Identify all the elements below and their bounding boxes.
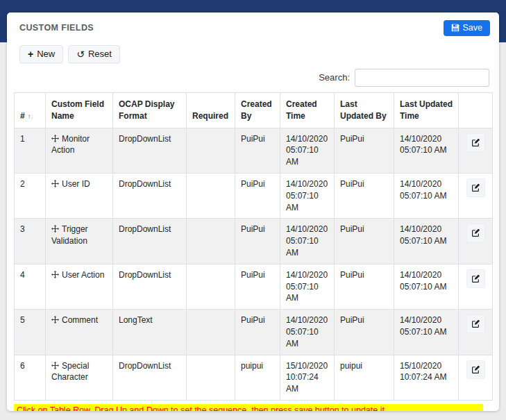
cell-format: DropDownList [113,264,187,309]
table-row[interactable]: 3Trigger ValidationDropDownListPuiPui14/… [15,219,493,264]
reset-button-label: Reset [88,49,112,59]
cell-required [187,264,235,309]
edit-button[interactable] [466,224,485,242]
cell-required [187,355,235,400]
cell-created-time: 14/10/2020 05:07:10 AM [280,264,335,309]
edit-button[interactable] [466,360,485,379]
cell-updated-time: 14/10/2020 05:07:10 AM [394,310,459,355]
cell-updated-by: PuiPui [335,310,394,355]
field-name-label: User ID [62,179,90,189]
move-icon[interactable] [51,179,62,189]
cell-updated-time: 14/10/2020 05:07:10 AM [394,173,459,218]
column-header-actions [459,93,493,128]
save-button-label: Save [463,23,483,33]
column-header-format: OCAP Display Format [113,93,187,128]
cell-actions [459,310,493,355]
search-label: Search: [319,72,350,83]
table-row[interactable]: 1Monitor ActionDropDownListPuiPui14/10/2… [15,128,493,173]
cell-updated-by: PuiPui [335,264,394,309]
move-icon[interactable] [51,270,62,280]
column-header-seq[interactable]: #↑↓ [15,93,46,128]
table-row[interactable]: 2User IDDropDownListPuiPui14/10/2020 05:… [15,173,493,218]
cell-actions [459,173,493,218]
sort-icons: ↑↓ [28,112,33,120]
sort-desc-icon: ↓ [31,112,33,120]
cell-format: DropDownList [113,173,187,218]
page-title: CUSTOM FIELDS [19,23,94,33]
cell-seq: 3 [15,219,46,264]
cell-seq: 5 [15,310,46,355]
cell-seq: 2 [15,173,46,218]
table-row[interactable]: 4User ActionDropDownListPuiPui14/10/2020… [15,264,493,309]
cell-updated-by: PuiPui [335,219,394,264]
move-icon[interactable] [51,361,62,371]
custom-fields-panel: CUSTOM FIELDS Save + New ↺ Reset Search: [7,12,499,411]
table-row[interactable]: 5CommentLongTextPuiPui14/10/2020 05:07:1… [15,310,493,355]
search-input[interactable] [355,69,489,87]
column-header-required: Required [187,93,235,128]
cell-actions [459,128,493,173]
table-row[interactable]: 6Special CharacterDropDownListpuipui15/1… [15,355,493,400]
field-name-label: Comment [62,315,98,325]
edit-icon [471,319,480,328]
column-header-updated-by: Last Updated By [335,93,394,128]
plus-icon: + [28,49,33,59]
move-icon[interactable] [51,315,62,325]
edit-button[interactable] [466,178,485,197]
cell-updated-time: 14/10/2020 05:07:10 AM [394,264,459,309]
move-icon[interactable] [51,134,62,144]
cell-created-by: puipui [235,355,280,400]
field-name-label: User Action [62,270,104,280]
cell-field-name: Special Character [46,355,113,400]
cell-format: DropDownList [113,219,187,264]
cell-updated-by: PuiPui [335,173,394,218]
cell-updated-time: 14/10/2020 05:07:10 AM [394,128,459,173]
save-icon [451,24,459,32]
reset-button[interactable]: ↺ Reset [68,45,120,63]
cell-required [187,219,235,264]
cell-created-by: PuiPui [235,310,280,355]
cell-required [187,310,235,355]
save-button[interactable]: Save [444,20,491,36]
cell-created-by: PuiPui [235,173,280,218]
cell-field-name: User ID [46,173,113,218]
cell-created-by: PuiPui [235,264,280,309]
edit-icon [471,138,480,147]
panel-header: CUSTOM FIELDS Save [7,12,499,37]
cell-seq: 4 [15,264,46,309]
move-icon[interactable] [51,224,62,234]
cell-created-by: PuiPui [235,219,280,264]
column-header-created-time: Created Time [280,93,335,128]
cell-updated-by: puipui [335,355,394,400]
drag-hint-note: Click on Table Row, Drag Up and Down to … [14,404,483,411]
reset-icon: ↺ [76,49,85,59]
cell-required [187,128,235,173]
cell-field-name: Monitor Action [46,128,113,173]
cell-actions [459,355,493,400]
cell-format: DropDownList [113,355,187,400]
cell-seq: 1 [15,128,46,173]
edit-button[interactable] [466,269,485,288]
cell-updated-time: 15/10/2020 10:07:24 AM [394,355,459,400]
edit-icon [471,228,480,237]
table-body: 1Monitor ActionDropDownListPuiPui14/10/2… [15,128,493,400]
table-header-row: #↑↓ Custom Field Name OCAP Display Forma… [15,93,493,128]
cell-seq: 6 [15,355,46,400]
cell-updated-by: PuiPui [335,128,394,173]
edit-button[interactable] [466,314,485,333]
cell-format: DropDownList [113,128,187,173]
cell-field-name: Trigger Validation [46,219,113,264]
new-button[interactable]: + New [19,45,63,63]
search-row: Search: [7,68,499,87]
cell-field-name: Comment [46,310,113,355]
edit-button[interactable] [466,133,485,152]
column-header-field-name: Custom Field Name [46,93,113,128]
edit-icon [471,183,480,192]
cell-created-time: 15/10/2020 10:07:24 AM [280,355,335,400]
edit-icon [471,365,480,374]
cell-field-name: User Action [46,264,113,309]
cell-actions [459,264,493,309]
cell-created-time: 14/10/2020 05:07:10 AM [280,173,335,218]
cell-created-time: 14/10/2020 05:07:10 AM [280,128,335,173]
cell-created-time: 14/10/2020 05:07:10 AM [280,310,335,355]
